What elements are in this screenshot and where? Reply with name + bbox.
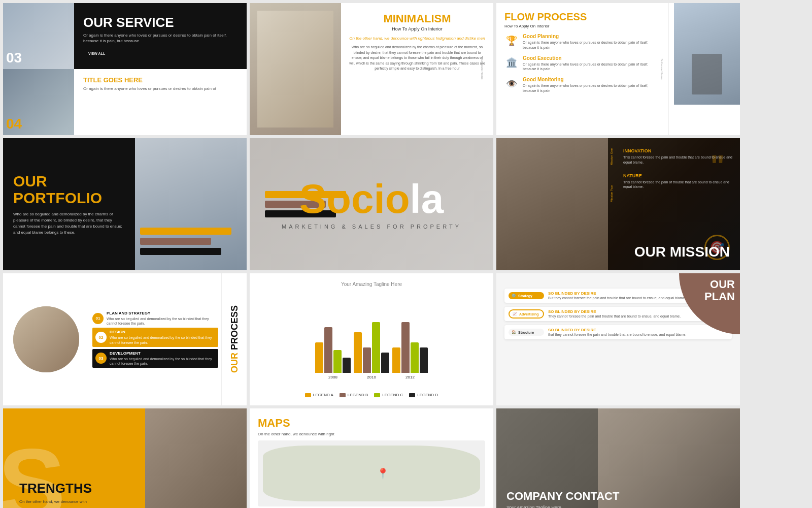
slide2-orange-text: On the other hand, we denounce with righ… bbox=[349, 36, 485, 42]
slide6-item3: 03 DEVELOPMENT Who are so beguiled and d… bbox=[92, 349, 218, 368]
slide7-chart: 2008 2010 2012 bbox=[258, 292, 485, 390]
flow-icon-building: 🏛️ bbox=[504, 55, 519, 70]
slide1-image-bottom: 04 bbox=[3, 69, 74, 135]
slide9-title-text: TRENGTHS bbox=[19, 481, 92, 496]
slide11-tagline: Your Amazing Tagline Here bbox=[506, 505, 619, 508]
chart-xlabel-3: 2012 bbox=[405, 375, 415, 379]
legend-item-c: LEGEND C bbox=[374, 393, 403, 397]
slide-company-contact: COMPANY CONTACT Your Amazing Tagline Her… bbox=[496, 408, 740, 508]
flow-item1-text: Or again is there anyone who loves or pu… bbox=[523, 40, 661, 50]
slide5-m2-title: NATURE bbox=[623, 173, 735, 178]
slide9-title: TRENGTHS bbox=[19, 481, 92, 496]
legend-item-d: LEGEND D bbox=[409, 393, 438, 397]
slide7-tagline: Your Amazing Tagline Here bbox=[258, 281, 485, 287]
slide9-content: TRENGTHS On the other hand, we denounce … bbox=[11, 472, 100, 508]
slide1-num1: 03 bbox=[6, 50, 22, 66]
slide2-body-text: Who are so beguiled and demoralized by t… bbox=[349, 45, 485, 72]
slide4-right-image bbox=[135, 138, 247, 270]
slide8-label1-text: Strategy bbox=[518, 294, 532, 298]
slide7-legend: LEGEND A LEGEND B LEGEND C LEGEND D bbox=[258, 393, 485, 397]
slide2-left-image bbox=[250, 3, 341, 135]
slide6-item1: 01 PLAN AND STRATEGY Who are so beguiled… bbox=[92, 311, 218, 326]
slide8-text3: SO BLINDED BY DESIRE that they cannot fo… bbox=[548, 328, 686, 337]
slide6-title1: PLAN AND STRATEGY bbox=[107, 311, 218, 315]
slide8-icon1: ⚙️ bbox=[512, 294, 516, 298]
flow-item1-title: Good Planning bbox=[523, 34, 661, 39]
slide9-text: On the other hand, we denounce with bbox=[19, 499, 92, 504]
slide-our-portfolio: OUR PORTFOLIO Who are so beguiled and de… bbox=[3, 138, 247, 270]
flow-item-3: 👁️ Good Monitoring Or again is there any… bbox=[504, 77, 661, 93]
slide8-text1: SO BLINDED BY DESIRE But they cannot for… bbox=[548, 291, 686, 300]
slide1-service-box: OUR SERVICE Or again is there anyone who… bbox=[74, 3, 247, 69]
legend-label-c: LEGEND C bbox=[382, 393, 403, 397]
slide2-subtitle: How To Apply On Interior bbox=[349, 26, 485, 31]
slide10-map-shape bbox=[263, 446, 480, 501]
slide1-orange-title2: TITLE GOES HERE bbox=[83, 76, 238, 84]
slide8-item3: 🏠 Structure SO BLINDED BY DESIRE that th… bbox=[504, 325, 732, 339]
slide1-service-box2: TITLE GOES HERE Or again is there anyone… bbox=[74, 69, 247, 135]
flow-icon-trophy: 🏆 bbox=[504, 34, 519, 48]
bar-1b bbox=[324, 327, 332, 373]
slide-our-process: 01 PLAN AND STRATEGY Who are so beguiled… bbox=[3, 273, 247, 405]
slide6-vert-label: OUR PROCESS bbox=[221, 273, 247, 405]
slide10-text: On the other hand, we denounce with righ… bbox=[258, 432, 485, 436]
slide6-circle-area bbox=[3, 273, 89, 405]
hero-content: Sociola MARKETING & SALES FOR PROPERTY bbox=[282, 179, 461, 230]
slide5-vert-labels: Mission One Mission Two bbox=[610, 148, 620, 240]
chart-xlabel-2: 2010 bbox=[367, 375, 376, 379]
slide2-title: MINIMALISM bbox=[349, 12, 485, 25]
slide8-icon3: 🏠 bbox=[512, 330, 516, 334]
hero-tagline: MARKETING & SALES FOR PROPERTY bbox=[282, 224, 461, 230]
hero-title-dark: la bbox=[410, 176, 444, 221]
chart-bars-2 bbox=[354, 312, 389, 373]
flow-item3-text: Or again is there anyone who loves or pu… bbox=[523, 83, 661, 93]
slide8-label1: ⚙️ Strategy bbox=[509, 292, 544, 299]
slide-our-mission: " Mission One Mission Two INNOVATION Thi… bbox=[496, 138, 740, 270]
slide8-label2: 📈 Advertising bbox=[509, 309, 544, 319]
chart-group-1: 2008 bbox=[315, 312, 351, 379]
legend-item-b: LEGEND B bbox=[340, 393, 368, 397]
slide6-content2: DESIGN Who are so beguiled and demoraliz… bbox=[110, 330, 215, 344]
slide6-content3: DEVELOPMENT Who are so beguiled and demo… bbox=[110, 351, 215, 366]
slide1-text2: Or again is there anyone who loves or pu… bbox=[83, 86, 238, 91]
slide6-num1: 01 bbox=[92, 313, 104, 324]
hero-title: Sociola bbox=[282, 179, 461, 219]
bar-3a bbox=[392, 347, 400, 373]
bar-2b bbox=[363, 347, 371, 373]
slide1-text1: Or again is there anyone who loves or pu… bbox=[83, 33, 238, 44]
slide6-text2: Who are so beguiled and demoralized by t… bbox=[110, 335, 215, 344]
slide4-title-white: PORTFOLIO bbox=[13, 189, 102, 206]
slide5-m1-text: This cannot foresee the pain and trouble… bbox=[623, 155, 735, 165]
slide5-vert-label1: Mission One bbox=[610, 148, 613, 165]
flow-item2-title: Good Execution bbox=[523, 55, 661, 61]
slide10-map: 📍 bbox=[258, 440, 485, 506]
slide2-right-content: MINIMALISM How To Apply On Interior On t… bbox=[341, 3, 493, 135]
legend-label-d: LEGEND D bbox=[417, 393, 438, 397]
slide-hero-sociola: Sociola MARKETING & SALES FOR PROPERTY bbox=[250, 138, 493, 270]
bar-2c bbox=[372, 322, 380, 373]
slide11-title: COMPANY CONTACT bbox=[506, 490, 619, 503]
slide6-vert-orange: OUR bbox=[229, 353, 240, 373]
slide-minimalism: MINIMALISM How To Apply On Interior On t… bbox=[250, 3, 493, 135]
slide8-label2-text: Advertising bbox=[519, 312, 539, 316]
slide8-text2: SO BLINDED BY DESIRE They cannot foresee… bbox=[548, 309, 681, 319]
slide8-label3-text: Structure bbox=[518, 331, 534, 334]
slide5-mission2: NATURE This cannot foresee the pain of t… bbox=[623, 173, 735, 190]
flow-item-1: 🏆 Good Planning Or again is there anyone… bbox=[504, 34, 661, 50]
slide-flow-process: FLOW PROCESS How To Apply On Interior 🏆 … bbox=[496, 3, 740, 135]
slide8-icon2: 📈 bbox=[513, 312, 517, 316]
slide6-num2: 02 bbox=[95, 332, 107, 343]
legend-dot-b bbox=[340, 393, 346, 397]
legend-label-b: LEGEND B bbox=[348, 393, 368, 397]
slide1-image-top: 03 bbox=[3, 3, 74, 69]
slide9-right-image bbox=[145, 408, 247, 508]
slide10-map-pin: 📍 bbox=[377, 467, 389, 480]
chart-group-3: 2012 bbox=[392, 312, 428, 379]
slide1-view-btn[interactable]: VIEW ALL bbox=[83, 50, 110, 57]
slide6-num3: 03 bbox=[95, 353, 107, 364]
slide5-m2-text: This cannot foresee the pain of trouble … bbox=[623, 180, 735, 190]
slide8-item1-title: SO BLINDED BY DESIRE bbox=[548, 291, 686, 296]
slide3-subtitle: How To Apply On Interior bbox=[504, 24, 661, 28]
chart-xlabel-1: 2008 bbox=[328, 375, 337, 379]
slide6-item2: 02 DESIGN Who are so beguiled and demora… bbox=[92, 328, 218, 346]
